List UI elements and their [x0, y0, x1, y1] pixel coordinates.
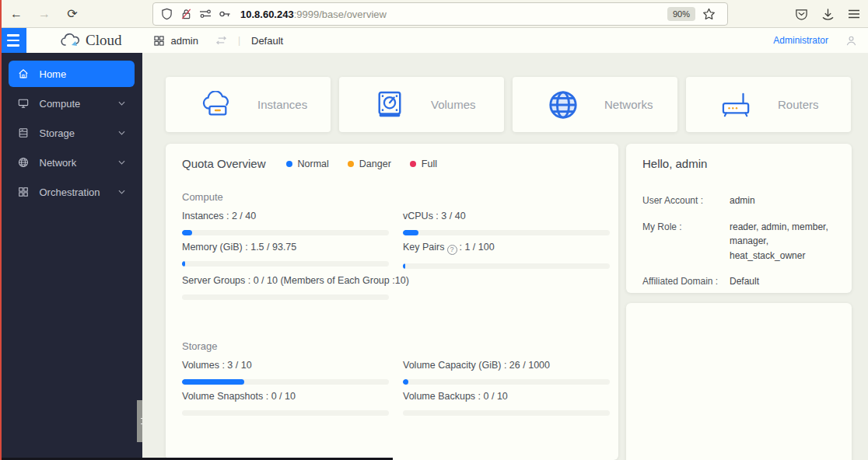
window-edge-highlight — [0, 0, 2, 460]
sidebar-item-compute[interactable]: Compute — [9, 90, 135, 117]
instances-card[interactable]: Instances — [166, 77, 331, 132]
avatar-icon[interactable] — [845, 35, 857, 47]
full-dot — [410, 161, 416, 167]
switch-project-icon[interactable] — [215, 36, 227, 45]
storage-icon — [18, 127, 30, 139]
chevron-down-icon — [118, 131, 125, 135]
progress-bar — [403, 263, 610, 269]
normal-dot — [286, 161, 292, 167]
progress-bar — [182, 294, 389, 300]
quota-item-volume-capacity: Volume Capacity (GiB) : 26 / 1000 — [403, 360, 610, 385]
sidebar-item-label: Storage — [40, 127, 75, 139]
shield-icon[interactable] — [159, 7, 173, 21]
danger-dot — [348, 161, 354, 167]
profile-card: Hello, admin User Account : admin My Rol… — [626, 144, 852, 293]
quota-item-memory: Memory (GiB) : 1.5 / 93.75 — [182, 242, 389, 269]
greeting: Hello, admin — [642, 157, 835, 170]
sidebar-toggle-button[interactable] — [0, 28, 26, 53]
progress-bar — [403, 410, 610, 416]
quota-item-volume-backups: Volume Backups : 0 / 10 — [403, 391, 610, 416]
project-grid-icon — [154, 36, 164, 46]
region-name[interactable]: Default — [251, 35, 283, 47]
sidebar-item-label: Home — [40, 68, 67, 80]
sidebar-item-network[interactable]: Network — [9, 149, 135, 176]
app-header: Cloud admin | Default Administrator — [0, 28, 868, 53]
zoom-level-badge[interactable]: 90% — [667, 7, 695, 21]
header-divider: | — [238, 35, 240, 46]
address-bar[interactable]: 10.8.60.243:9999/base/overview 90% — [152, 2, 728, 26]
quota-item-volume-snapshots: Volume Snapshots : 0 / 10 — [182, 391, 389, 416]
progress-bar — [182, 379, 389, 385]
affiliated-domain-row: Affiliated Domain : Default — [642, 274, 835, 289]
quota-item-vcpus: vCPUs : 3 / 40 — [403, 211, 610, 235]
user-account-row: User Account : admin — [642, 193, 835, 208]
main-content: Instances Volumes Networks Routers Quota… — [142, 53, 868, 460]
networks-icon — [547, 89, 579, 121]
bookmark-star-icon[interactable] — [702, 7, 716, 21]
quota-item-volumes: Volumes : 3 / 10 — [182, 360, 389, 385]
routers-icon — [720, 89, 753, 121]
quota-legend: Normal Danger Full — [286, 159, 437, 169]
key-icon[interactable] — [218, 7, 232, 21]
url-text[interactable]: 10.8.60.243:9999/base/overview — [240, 9, 387, 20]
progress-bar — [403, 379, 610, 385]
browser-toolbar: ← → ⟳ 10.8.60.243:9999/base/overview 90% — [0, 0, 868, 28]
sidebar-nav: Home Compute Storage Network Orchestr — [0, 53, 142, 460]
progress-bar — [182, 261, 389, 267]
pocket-icon[interactable] — [793, 6, 809, 22]
card-label: Networks — [604, 98, 653, 111]
quota-item-keypairs: Key Pairs?: 1 / 100 — [403, 242, 610, 269]
quota-section-storage: Storage — [182, 340, 602, 352]
sidebar-item-home[interactable]: Home — [9, 61, 135, 87]
volumes-card[interactable]: Volumes — [339, 77, 504, 132]
permissions-icon[interactable] — [198, 7, 212, 21]
sidebar-item-label: Network — [40, 157, 77, 169]
networks-card[interactable]: Networks — [513, 77, 677, 132]
sidebar-item-label: Orchestration — [40, 186, 100, 198]
sidebar-item-storage[interactable]: Storage — [9, 120, 135, 146]
progress-bar — [182, 410, 389, 416]
project-name[interactable]: admin — [170, 35, 198, 47]
chevron-down-icon — [118, 101, 125, 106]
lock-insecure-icon[interactable] — [179, 7, 193, 21]
administrator-link[interactable]: Administrator — [773, 35, 828, 46]
reload-button[interactable]: ⟳ — [61, 3, 84, 25]
back-button[interactable]: ← — [5, 3, 28, 25]
quota-item-instances: Instances : 2 / 40 — [182, 211, 389, 235]
forward-button[interactable]: → — [33, 3, 56, 25]
help-icon[interactable]: ? — [447, 245, 457, 255]
sidebar-item-orchestration[interactable]: Orchestration — [9, 179, 135, 205]
chevron-down-icon — [118, 190, 125, 194]
downloads-icon[interactable] — [820, 6, 835, 22]
orchestration-icon — [18, 186, 30, 198]
card-label: Instances — [257, 98, 307, 111]
logo-text: Cloud — [86, 32, 121, 49]
instances-icon — [200, 89, 233, 121]
volumes-icon — [373, 89, 406, 121]
card-label: Volumes — [431, 98, 476, 111]
chevron-down-icon — [118, 160, 125, 165]
quota-title: Quota Overview — [182, 157, 266, 170]
progress-bar — [403, 230, 610, 235]
progress-bar — [182, 230, 389, 235]
app-menu-icon[interactable] — [846, 6, 862, 22]
quota-section-compute: Compute — [182, 191, 602, 203]
compute-icon — [18, 98, 30, 110]
my-role-row: My Role : reader, admin, member, manager… — [642, 220, 835, 263]
quota-overview-card: Quota Overview Normal Danger Full Comput… — [166, 144, 618, 460]
network-globe-icon — [18, 157, 30, 169]
cloud-logo-icon — [61, 33, 81, 48]
routers-card[interactable]: Routers — [686, 77, 851, 132]
card-label: Routers — [778, 98, 819, 111]
empty-panel — [626, 303, 852, 460]
quota-item-server-groups: Server Groups : 0 / 10 (Members of Each … — [182, 275, 389, 300]
app-logo[interactable]: Cloud — [61, 32, 121, 49]
home-icon — [18, 68, 30, 80]
sidebar-item-label: Compute — [40, 98, 81, 110]
